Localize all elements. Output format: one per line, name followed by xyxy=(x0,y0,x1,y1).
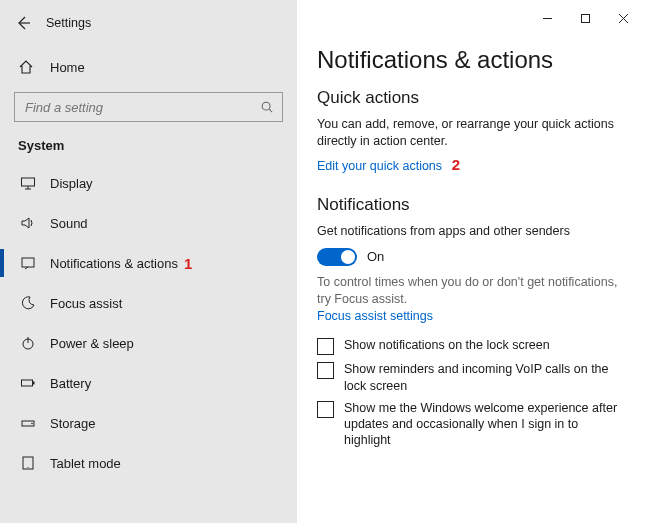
search-icon xyxy=(260,100,274,114)
svg-rect-10 xyxy=(581,14,589,22)
search-input[interactable] xyxy=(23,99,260,116)
edit-quick-actions-link[interactable]: Edit your quick actions xyxy=(317,159,442,173)
window-title: Settings xyxy=(38,16,91,30)
nav-label: Storage xyxy=(38,416,96,431)
svg-rect-2 xyxy=(22,258,34,267)
svg-rect-5 xyxy=(33,382,35,385)
nav-label: Focus assist xyxy=(38,296,122,311)
notifications-toggle-label: Get notifications from apps and other se… xyxy=(317,223,628,240)
sidebar: Settings Home System Display Sound Notif… xyxy=(0,0,297,523)
toggle-state: On xyxy=(367,249,384,264)
tablet-icon xyxy=(18,455,38,471)
home-icon xyxy=(18,59,38,75)
checkbox[interactable] xyxy=(317,338,334,355)
checkbox-label: Show reminders and incoming VoIP calls o… xyxy=(344,361,628,394)
nav-label: Display xyxy=(38,176,93,191)
checkbox[interactable] xyxy=(317,401,334,418)
page-heading: Notifications & actions xyxy=(317,46,628,74)
window-controls xyxy=(528,6,642,30)
notifications-toggle[interactable] xyxy=(317,248,357,266)
power-icon xyxy=(18,335,38,351)
maximize-button[interactable] xyxy=(566,6,604,30)
checkbox-label: Show notifications on the lock screen xyxy=(344,337,550,353)
nav-label: Power & sleep xyxy=(38,336,134,351)
nav-label: Notifications & actions xyxy=(38,256,178,271)
battery-icon xyxy=(18,375,38,391)
nav-list: Display Sound Notifications & actions 1 … xyxy=(0,163,297,483)
main-content: Notifications & actions Quick actions Yo… xyxy=(297,0,648,523)
notifications-icon xyxy=(18,255,38,271)
annotation-1: 1 xyxy=(178,255,192,272)
sound-icon xyxy=(18,215,38,231)
home-label: Home xyxy=(38,60,85,75)
annotation-2: 2 xyxy=(446,156,460,173)
section-header: System xyxy=(0,130,297,157)
svg-rect-1 xyxy=(22,178,35,186)
nav-label: Sound xyxy=(38,216,88,231)
check-voip[interactable]: Show reminders and incoming VoIP calls o… xyxy=(317,361,628,394)
check-lock-screen[interactable]: Show notifications on the lock screen xyxy=(317,337,628,355)
moon-icon xyxy=(18,295,38,311)
back-button[interactable] xyxy=(8,10,38,36)
nav-label: Battery xyxy=(38,376,91,391)
checkbox[interactable] xyxy=(317,362,334,379)
minimize-button[interactable] xyxy=(528,6,566,30)
focus-assist-link[interactable]: Focus assist settings xyxy=(317,309,433,323)
quick-actions-header: Quick actions xyxy=(317,88,628,108)
svg-point-7 xyxy=(31,423,33,425)
nav-notifications[interactable]: Notifications & actions 1 xyxy=(0,243,297,283)
check-welcome[interactable]: Show me the Windows welcome experience a… xyxy=(317,400,628,449)
nav-focus-assist[interactable]: Focus assist xyxy=(0,283,297,323)
svg-point-9 xyxy=(27,467,28,468)
search-box[interactable] xyxy=(14,92,283,122)
focus-hint: To control times when you do or don't ge… xyxy=(317,274,628,308)
quick-actions-desc: You can add, remove, or rearrange your q… xyxy=(317,116,628,150)
nav-display[interactable]: Display xyxy=(0,163,297,203)
home-nav[interactable]: Home xyxy=(0,50,297,84)
svg-point-0 xyxy=(262,102,270,110)
display-icon xyxy=(18,175,38,191)
notifications-header: Notifications xyxy=(317,195,628,215)
svg-rect-4 xyxy=(22,380,33,386)
checkbox-label: Show me the Windows welcome experience a… xyxy=(344,400,628,449)
nav-power[interactable]: Power & sleep xyxy=(0,323,297,363)
nav-tablet[interactable]: Tablet mode xyxy=(0,443,297,483)
storage-icon xyxy=(18,415,38,431)
nav-battery[interactable]: Battery xyxy=(0,363,297,403)
nav-storage[interactable]: Storage xyxy=(0,403,297,443)
close-button[interactable] xyxy=(604,6,642,30)
nav-label: Tablet mode xyxy=(38,456,121,471)
nav-sound[interactable]: Sound xyxy=(0,203,297,243)
